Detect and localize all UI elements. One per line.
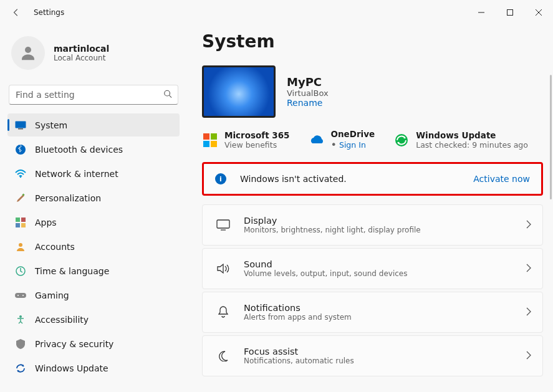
wifi-icon: [15, 168, 26, 179]
device-header: MyPC VirtualBox Rename: [202, 65, 543, 118]
update-icon: [15, 363, 26, 374]
tile-windows-update[interactable]: Windows Update Last checked: 9 minutes a…: [393, 129, 528, 151]
sidebar-item-label: Personalization: [35, 193, 101, 203]
sidebar-item-label: Privacy & security: [35, 339, 113, 349]
display-icon: [214, 219, 233, 231]
sidebar-item-accounts[interactable]: Accounts: [7, 235, 180, 258]
tile-sub: Last checked: 9 minutes ago: [416, 140, 528, 150]
search-icon: [163, 89, 172, 101]
profile-type: Local Account: [54, 54, 109, 62]
card-focus-assist[interactable]: Focus assist Notifications, automatic ru…: [202, 335, 543, 376]
sidebar-item-privacy[interactable]: Privacy & security: [7, 332, 180, 355]
main-content: System MyPC VirtualBox Rename Microsoft …: [187, 25, 553, 392]
bell-icon: [214, 306, 233, 318]
signin-link[interactable]: Sign In: [339, 140, 366, 150]
card-title: Focus assist: [244, 347, 354, 356]
svg-rect-10: [16, 218, 20, 222]
chevron-right-icon: [526, 263, 531, 275]
profile-name: martinlocal: [54, 44, 109, 54]
svg-point-18: [22, 295, 24, 296]
device-name: MyPC: [287, 75, 329, 88]
bluetooth-icon: [15, 144, 26, 155]
accessibility-icon: [15, 314, 26, 325]
svg-point-8: [20, 176, 21, 177]
sidebar-item-update[interactable]: Windows Update: [7, 356, 180, 380]
device-subtitle: VirtualBox: [287, 88, 329, 98]
activation-text: Windows isn't activated.: [240, 174, 473, 184]
tile-title: OneDrive: [331, 129, 375, 139]
search-input[interactable]: [9, 85, 178, 105]
card-sound[interactable]: Sound Volume levels, output, input, soun…: [202, 248, 543, 289]
sidebar: martinlocal Local Account System Bluetoo…: [0, 25, 187, 392]
activation-banner[interactable]: i Windows isn't activated. Activate now: [202, 162, 543, 196]
svg-line-4: [170, 95, 172, 98]
bullet: •: [331, 139, 337, 151]
sidebar-item-time[interactable]: Time & language: [7, 259, 180, 282]
svg-rect-11: [21, 218, 26, 222]
back-button[interactable]: [7, 4, 25, 21]
sidebar-item-label: Network & internet: [35, 169, 118, 179]
shield-icon: [15, 338, 26, 350]
svg-point-19: [19, 315, 22, 318]
svg-point-7: [16, 145, 26, 155]
sidebar-item-label: Apps: [35, 218, 57, 227]
card-title: Display: [244, 216, 421, 226]
chevron-right-icon: [526, 219, 531, 231]
sidebar-item-label: Accessibility: [35, 315, 89, 325]
window-title: Settings: [34, 8, 64, 17]
tile-microsoft365[interactable]: Microsoft 365 View benefits: [202, 129, 290, 151]
tile-title: Windows Update: [416, 130, 528, 140]
svg-rect-13: [21, 223, 26, 227]
sidebar-item-label: Bluetooth & devices: [35, 145, 123, 155]
svg-point-14: [19, 243, 22, 247]
sound-icon: [214, 263, 233, 274]
system-icon: [15, 120, 26, 131]
chevron-right-icon: [526, 350, 531, 362]
svg-point-17: [17, 295, 19, 296]
sidebar-item-bluetooth[interactable]: Bluetooth & devices: [7, 138, 180, 161]
svg-rect-5: [16, 121, 26, 128]
microsoft-365-icon: [202, 132, 218, 148]
gamepad-icon: [15, 290, 26, 301]
device-wallpaper: [202, 65, 276, 118]
activate-now-link[interactable]: Activate now: [473, 174, 530, 184]
sidebar-item-network[interactable]: Network & internet: [7, 162, 180, 185]
paintbrush-icon: [15, 193, 26, 204]
sidebar-item-label: Time & language: [35, 266, 109, 276]
card-notifications[interactable]: Notifications Alerts from apps and syste…: [202, 292, 543, 333]
tile-title: Microsoft 365: [224, 130, 290, 140]
titlebar: Settings: [0, 0, 553, 25]
sidebar-item-system[interactable]: System: [7, 113, 180, 136]
sidebar-item-gaming[interactable]: Gaming: [7, 284, 180, 307]
svg-rect-16: [15, 293, 26, 298]
rename-link[interactable]: Rename: [287, 98, 329, 108]
card-title: Notifications: [244, 303, 352, 313]
tile-onedrive[interactable]: OneDrive •Sign In: [309, 129, 375, 151]
tile-sub: View benefits: [224, 140, 290, 150]
sidebar-item-label: Accounts: [35, 242, 75, 252]
svg-rect-21: [217, 220, 229, 228]
window-controls: [467, 3, 553, 22]
sidebar-item-label: System: [35, 120, 67, 130]
scrollbar[interactable]: [550, 75, 552, 199]
profile-block[interactable]: martinlocal Local Account: [7, 31, 180, 81]
maximize-button[interactable]: [496, 3, 524, 22]
card-sub: Monitors, brightness, night light, displ…: [244, 226, 421, 234]
nav: System Bluetooth & devices Network & int…: [7, 113, 180, 380]
info-tiles: Microsoft 365 View benefits OneDrive •Si…: [202, 129, 543, 151]
close-button[interactable]: [524, 3, 553, 22]
minimize-button[interactable]: [467, 3, 496, 22]
info-icon: i: [215, 173, 226, 184]
card-sub: Notifications, automatic rules: [244, 356, 354, 365]
sidebar-item-personalization[interactable]: Personalization: [7, 186, 180, 209]
svg-rect-1: [507, 10, 513, 16]
sidebar-item-accessibility[interactable]: Accessibility: [7, 308, 180, 331]
globe-clock-icon: [15, 265, 26, 277]
sidebar-item-apps[interactable]: Apps: [7, 211, 180, 234]
page-title: System: [202, 31, 543, 52]
svg-rect-6: [18, 128, 23, 130]
card-title: Sound: [244, 259, 407, 269]
card-display[interactable]: Display Monitors, brightness, night ligh…: [202, 204, 543, 246]
onedrive-icon: [309, 132, 325, 148]
sidebar-item-label: Windows Update: [35, 363, 108, 373]
